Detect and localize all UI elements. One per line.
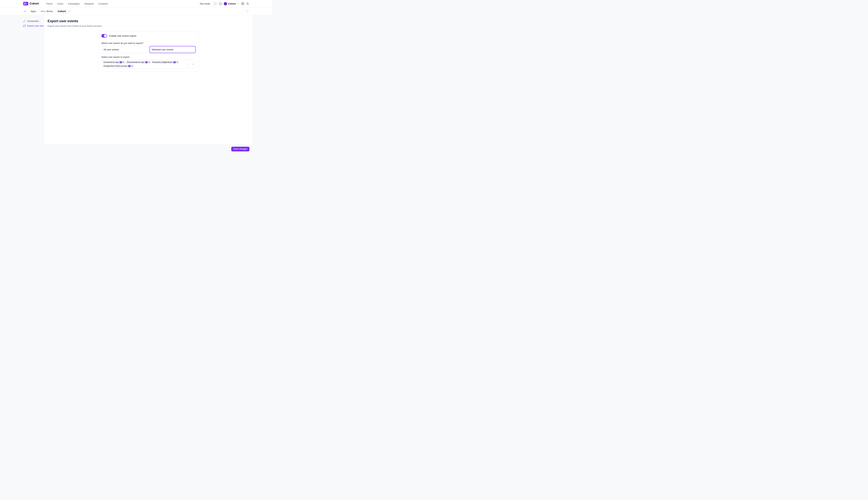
nav-item-rewards[interactable]: Rewards <box>84 2 94 5</box>
nav-item-campaigns[interactable]: Campaigns <box>68 2 80 5</box>
event-tag-label: Disconnected an app <box>127 61 144 63</box>
link-icon <box>23 20 25 22</box>
sidebar-item-connection[interactable]: Connection <box>23 20 44 22</box>
tag-remove-icon[interactable]: × <box>149 61 150 63</box>
kebab-menu-button[interactable] <box>245 9 250 13</box>
enable-export-row: Enable user events export <box>101 34 196 37</box>
breadcrumb-item-cohort: Cohort <box>58 10 66 13</box>
svg-text:C: C <box>129 65 130 67</box>
breadcrumb: Apps / Brevo Brevo / Cohort <box>31 10 71 13</box>
export-scope-options: All user events Selected user events <box>101 46 196 53</box>
edit-icon[interactable] <box>68 10 71 12</box>
info-icon <box>219 2 222 5</box>
breadcrumb-separator: / <box>38 10 39 12</box>
select-events-label: Select user events to export <box>101 56 196 58</box>
nav-item-contents[interactable]: Contents <box>99 2 108 5</box>
page-title: Export user events <box>48 19 253 23</box>
test-mode-toggle[interactable] <box>212 2 217 5</box>
content-area: Connection Export user events Export use… <box>0 15 272 145</box>
sidebar-item-label: Connection <box>27 20 39 22</box>
option-selected-user-events[interactable]: Selected user events <box>149 46 196 53</box>
event-tag-label: Connected an app <box>104 61 118 63</box>
export-settings-card: Enable user events export Which user eve… <box>99 31 198 72</box>
settings-button[interactable] <box>241 2 244 5</box>
svg-text:C: C <box>146 61 147 63</box>
export-scope-question: Which user events do you want to export? <box>101 42 196 44</box>
cohort-event-badge-icon: C <box>145 61 148 63</box>
test-mode-label: Test mode <box>199 2 210 5</box>
breadcrumb-item-apps[interactable]: Apps <box>31 10 36 13</box>
svg-text:C: C <box>174 61 175 63</box>
save-changes-button[interactable]: Save changes <box>231 147 250 151</box>
event-tag: Created their Cohort account C × <box>103 65 134 68</box>
back-button[interactable] <box>23 9 27 13</box>
toggle-knob <box>104 34 107 37</box>
sync-icon <box>23 25 25 27</box>
cohort-event-badge-icon: C <box>128 65 131 67</box>
svg-text:C: C <box>121 61 122 63</box>
brand-name: Cohort <box>30 2 39 5</box>
info-button[interactable] <box>219 2 222 5</box>
svg-text:C: C <box>25 2 27 5</box>
event-tag-label: Received a Digital Asset <box>152 61 172 63</box>
breadcrumb-bar: Apps / Brevo Brevo / Cohort <box>0 8 272 15</box>
org-name: Cohort <box>228 2 236 5</box>
clear-selection-icon[interactable]: × <box>188 63 189 65</box>
profile-button[interactable] <box>246 2 249 5</box>
chevron-down-icon[interactable] <box>192 63 194 65</box>
tag-remove-icon[interactable]: × <box>177 61 178 63</box>
brand[interactable]: C Cohort <box>23 2 39 5</box>
event-tag: Connected an app C × <box>103 60 125 64</box>
main-nav: Home Users Campaigns Rewards Contents <box>46 2 108 5</box>
breadcrumb-item-brevo[interactable]: Brevo Brevo <box>41 10 53 13</box>
gear-icon <box>241 2 244 5</box>
cohort-logo-icon: C <box>23 2 28 5</box>
event-tag-label: Created their Cohort account <box>104 65 127 67</box>
chevron-down-icon <box>237 3 239 5</box>
topbar: C Cohort Home Users Campaigns Rewards Co… <box>0 0 272 8</box>
svg-text:C: C <box>225 3 226 4</box>
sidebar: Connection Export user events <box>0 15 44 145</box>
main-panel: Export user events Export user events fr… <box>44 15 253 145</box>
nav-item-home[interactable]: Home <box>46 2 53 5</box>
enable-export-label: Enable user events export <box>109 35 136 37</box>
page-subtitle: Export user events from Cohort to your B… <box>48 25 253 27</box>
breadcrumb-separator: / <box>55 10 56 12</box>
option-all-user-events[interactable]: All user events <box>101 46 147 53</box>
sidebar-item-export-user-events[interactable]: Export user events <box>23 24 44 27</box>
brevo-logo: Brevo <box>41 10 46 12</box>
kebab-icon <box>246 10 249 12</box>
tag-remove-icon[interactable]: × <box>132 65 133 67</box>
topbar-right: Test mode C Cohort <box>199 2 249 5</box>
cohort-event-badge-icon: C <box>119 61 122 63</box>
enable-export-toggle[interactable] <box>101 34 107 37</box>
breadcrumb-item-brevo-label: Brevo <box>47 10 53 13</box>
nav-item-users[interactable]: Users <box>57 2 63 5</box>
event-tag: Disconnected an app C × <box>126 60 151 64</box>
arrow-left-icon <box>24 10 26 12</box>
toggle-knob <box>212 2 215 5</box>
user-icon <box>246 2 249 5</box>
multiselect-controls: × <box>186 63 194 65</box>
events-multiselect[interactable]: Connected an app C × Disconnected an app <box>101 59 196 69</box>
org-switcher[interactable]: C Cohort <box>224 2 239 5</box>
footer: Save changes <box>0 145 272 153</box>
event-tag: Received a Digital Asset C × <box>151 60 179 64</box>
org-avatar: C <box>224 2 227 5</box>
tag-remove-icon[interactable]: × <box>123 61 124 63</box>
selected-event-tags: Connected an app C × Disconnected an app <box>103 60 186 68</box>
cohort-event-badge-icon: C <box>173 61 176 63</box>
